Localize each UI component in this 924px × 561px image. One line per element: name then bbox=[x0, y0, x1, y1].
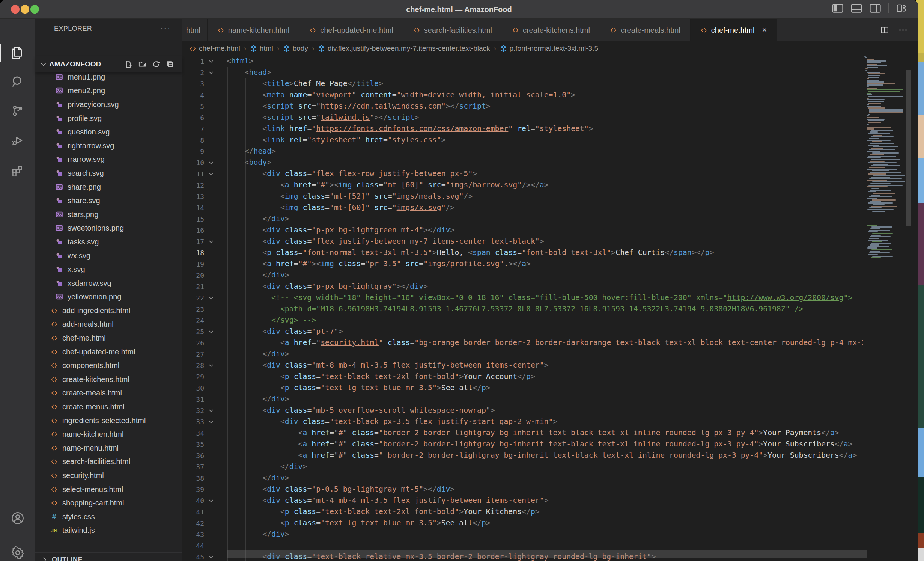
code-line-22[interactable]: 22 <!-- <svg width="18" height="16" view… bbox=[182, 292, 863, 303]
file-row[interactable]: tasks.svg bbox=[35, 235, 182, 249]
code-line-30[interactable]: 30 <p class="text-lg text-blue mr-3.5">S… bbox=[182, 382, 863, 394]
code-line-42[interactable]: 42 <p class="text-lg text-blue mr-3.5">S… bbox=[182, 517, 863, 529]
code-line-40[interactable]: 40 <div class="mt-4 mb-4 ml-3.5 flex jus… bbox=[182, 495, 863, 506]
project-folder-row[interactable]: AMAZONFOOD bbox=[35, 56, 182, 72]
code-line-5[interactable]: 5 <script src="https://cdn.tailwindcss.c… bbox=[182, 101, 863, 112]
layout-customize-icon[interactable] bbox=[896, 3, 907, 13]
breadcrumb-item[interactable]: p.font-normal.text-3xl.ml-3.5 bbox=[500, 44, 599, 53]
breadcrumb-item[interactable]: html bbox=[250, 44, 273, 53]
horizontal-scrollbar-thumb[interactable] bbox=[227, 550, 867, 558]
file-row[interactable]: select-menus.html bbox=[35, 483, 182, 496]
breadcrumb-item[interactable]: chef-me.html bbox=[189, 44, 240, 53]
code-line-13[interactable]: 13 <img class="mt-[52]" src="imgs/meals.… bbox=[182, 191, 863, 202]
code-line-6[interactable]: 6 <script src="tailwind.js"></script> bbox=[182, 112, 863, 123]
code-line-2[interactable]: 2 <head> bbox=[182, 67, 863, 78]
code-line-29[interactable]: 29 <p class="text-black text-2xl font-bo… bbox=[182, 371, 863, 382]
file-row[interactable]: sweetonions.png bbox=[35, 222, 182, 235]
code-line-27[interactable]: 27 </div> bbox=[182, 348, 863, 360]
file-row[interactable]: create-menus.html bbox=[35, 400, 182, 414]
breadcrumb-item[interactable]: body bbox=[283, 44, 308, 53]
file-row[interactable]: rightarrow.svg bbox=[35, 139, 182, 153]
code-line-4[interactable]: 4 <meta name="viewport" content="width=d… bbox=[182, 89, 863, 101]
fold-chevron-icon[interactable] bbox=[208, 329, 219, 335]
tab-html[interactable]: html bbox=[182, 19, 208, 41]
vertical-scrollbar-thumb[interactable] bbox=[906, 70, 911, 226]
fold-chevron-icon[interactable] bbox=[208, 419, 219, 425]
file-row[interactable]: menu1.png bbox=[35, 71, 182, 84]
code-line-43[interactable]: 43 </div> bbox=[182, 529, 863, 540]
code-line-7[interactable]: 7 <link href="https://fonts.cdnfonts.com… bbox=[182, 123, 863, 134]
file-row[interactable]: yellowonion.png bbox=[35, 290, 182, 304]
panel-bottom-icon[interactable] bbox=[851, 3, 862, 13]
code-line-15[interactable]: 15 </div> bbox=[182, 213, 863, 225]
activity-source-control-icon[interactable] bbox=[0, 97, 35, 125]
more-actions-icon[interactable] bbox=[898, 27, 907, 33]
code-line-3[interactable]: 3 <title>Chef Me Page</title> bbox=[182, 78, 863, 89]
code-line-37[interactable]: 37 </div> bbox=[182, 461, 863, 472]
code-line-20[interactable]: 20 </div> bbox=[182, 270, 863, 281]
tab-chef-updated-me-html[interactable]: chef-updated-me.html bbox=[299, 19, 403, 41]
file-row[interactable]: share.svg bbox=[35, 194, 182, 208]
explorer-more-actions-icon[interactable]: ··· bbox=[160, 24, 171, 33]
fold-chevron-icon[interactable] bbox=[208, 160, 219, 166]
tab-create-meals-html[interactable]: create-meals.html bbox=[600, 19, 691, 41]
code-line-39[interactable]: 39 <div class="p-0.5 bg-lightgray mt-5">… bbox=[182, 484, 863, 495]
activity-run-debug-icon[interactable] bbox=[0, 126, 35, 155]
code-line-16[interactable]: 16 <div class="p-px bg-lightgreen mt-4">… bbox=[182, 225, 863, 236]
code-line-36[interactable]: 36 <a href="#" class=" border-2 border-l… bbox=[182, 450, 863, 461]
file-row[interactable]: search.svg bbox=[35, 166, 182, 180]
refresh-icon[interactable] bbox=[152, 60, 160, 68]
code-line-33[interactable]: 33 <div class="text-black px-3.5 flex ju… bbox=[182, 416, 863, 427]
file-row[interactable]: rrarrow.svg bbox=[35, 153, 182, 167]
file-row[interactable]: components.html bbox=[35, 359, 182, 372]
code-line-12[interactable]: 12 <a href="#"><img class="mt-[60]" src=… bbox=[182, 179, 863, 191]
tab-name-kitchen-html[interactable]: name-kitchen.html bbox=[208, 19, 299, 41]
file-row[interactable]: create-meals.html bbox=[35, 386, 182, 400]
code-line-11[interactable]: 11 <div class="flex flex-row justify-bet… bbox=[182, 168, 863, 179]
code-line-41[interactable]: 41 <p class="text-black text-2xl font-bo… bbox=[182, 506, 863, 517]
file-row[interactable]: JStailwind.js bbox=[35, 524, 182, 538]
tab-chef-me-html[interactable]: chef-me.html× bbox=[691, 19, 777, 41]
code-line-32[interactable]: 32 <div class="mb-5 overflow-scroll whit… bbox=[182, 405, 863, 416]
file-row[interactable]: share.png bbox=[35, 180, 182, 194]
file-row[interactable]: security.html bbox=[35, 469, 182, 483]
file-row[interactable]: chef-me.html bbox=[35, 331, 182, 345]
file-row[interactable]: wx.svg bbox=[35, 249, 182, 263]
code-line-8[interactable]: 8 <link rel="stylesheet" href="styles.cs… bbox=[182, 134, 863, 146]
file-row[interactable]: shopping-cart.html bbox=[35, 496, 182, 510]
minimap[interactable] bbox=[863, 56, 905, 561]
collapse-all-icon[interactable] bbox=[166, 60, 174, 68]
outline-section-header[interactable]: OUTLINE bbox=[35, 552, 182, 561]
fold-chevron-icon[interactable] bbox=[208, 171, 219, 177]
new-folder-icon[interactable] bbox=[138, 60, 146, 68]
file-row[interactable]: profile.svg bbox=[35, 112, 182, 125]
new-file-icon[interactable] bbox=[125, 60, 132, 68]
activity-search-icon[interactable] bbox=[0, 68, 35, 96]
account-icon[interactable] bbox=[0, 504, 35, 532]
code-line-14[interactable]: 14 <img class="mt-[60]" src="imgs/x.svg"… bbox=[182, 202, 863, 213]
code-line-18[interactable]: 18 <p class="font-normal text-3xl ml-3.5… bbox=[182, 247, 863, 258]
code-line-19[interactable]: 19 <a href="#"><img class="pr-3.5" src="… bbox=[182, 258, 863, 270]
file-row[interactable]: question.svg bbox=[35, 125, 182, 139]
file-row[interactable]: x.svg bbox=[35, 262, 182, 276]
fold-chevron-icon[interactable] bbox=[208, 69, 219, 76]
settings-icon[interactable] bbox=[0, 538, 35, 561]
code-line-25[interactable]: 25 <div class="pt-7"> bbox=[182, 326, 863, 337]
file-row[interactable]: search-facilities.html bbox=[35, 455, 182, 469]
tab-create-kitchens-html[interactable]: create-kitchens.html bbox=[502, 19, 600, 41]
tab-search-facilities-html[interactable]: search-facilities.html bbox=[403, 19, 502, 41]
file-row[interactable]: add-meals.html bbox=[35, 318, 182, 332]
code-line-10[interactable]: 10 <body> bbox=[182, 157, 863, 168]
fold-chevron-icon[interactable] bbox=[208, 407, 219, 414]
panel-right-icon[interactable] bbox=[870, 3, 881, 13]
file-row[interactable]: chef-updated-me.html bbox=[35, 345, 182, 359]
file-row[interactable]: #styles.css bbox=[35, 510, 182, 524]
code-line-1[interactable]: 1<html> bbox=[182, 56, 863, 67]
file-row[interactable]: menu2.png bbox=[35, 84, 182, 98]
code-line-44[interactable]: 44 bbox=[182, 540, 863, 551]
fold-chevron-icon[interactable] bbox=[208, 554, 219, 560]
code-line-24[interactable]: 24 </svg> --> bbox=[182, 315, 863, 326]
code-line-21[interactable]: 21 <div class="p-px bg-lightgray"></div> bbox=[182, 281, 863, 292]
file-row[interactable]: xsdarrow.svg bbox=[35, 276, 182, 290]
file-row[interactable]: name-kitchen.html bbox=[35, 427, 182, 441]
